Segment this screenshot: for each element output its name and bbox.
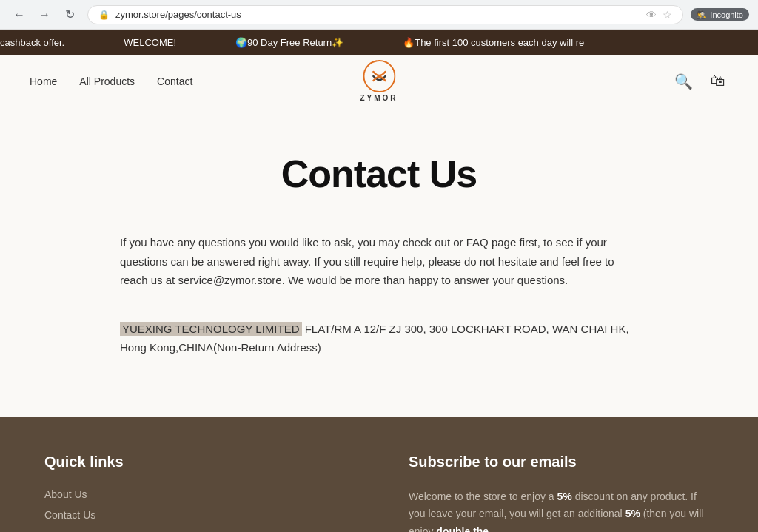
main-nav: Home All Products Contact ZYMOR 🔍 🛍	[0, 55, 758, 107]
cart-button[interactable]: 🛍	[708, 70, 728, 92]
reload-button[interactable]: ↻	[59, 4, 80, 25]
footer: Quick links About Us Contact Us FAQ Subs…	[0, 417, 758, 533]
forward-button[interactable]: →	[34, 4, 55, 25]
subscribe-description: Welcome to the store to enjoy a 5% disco…	[409, 488, 714, 533]
nav-center-logo: ZYMOR	[360, 60, 398, 102]
announcement-inner: cashback offer. WELCOME! 🌍90 Day Free Re…	[0, 37, 758, 48]
announcement-item-2: 🌍90 Day Free Return✨	[235, 37, 343, 48]
footer-link-contact[interactable]: Contact Us	[44, 509, 349, 521]
announcement-item-3: 🔥The first 100 customers each day will r…	[403, 37, 584, 48]
footer-subscribe: Subscribe to our emails Welcome to the s…	[409, 454, 714, 533]
nav-link-contact[interactable]: Contact	[157, 75, 192, 87]
nav-link-all-products[interactable]: All Products	[79, 75, 135, 87]
contact-body: If you have any questions you would like…	[120, 233, 638, 357]
logo-svg	[363, 60, 395, 92]
back-button[interactable]: ←	[9, 4, 30, 25]
lock-icon: 🔒	[98, 10, 110, 20]
quick-links-heading: Quick links	[44, 454, 349, 471]
subscribe-bold-2: 5%	[625, 508, 640, 519]
company-name: YUEXING TECHNOLOGY LIMITED	[120, 322, 302, 336]
address-bar[interactable]: 🔒 zymor.store/pages/contact-us 👁 ☆	[87, 5, 683, 24]
subscribe-text-1: Welcome to the store to enjoy a	[409, 491, 557, 502]
incognito-icon: 🕵	[697, 10, 707, 19]
footer-link-faq[interactable]: FAQ	[44, 530, 349, 533]
star-icon: ☆	[663, 9, 672, 21]
subscribe-heading: Subscribe to our emails	[409, 454, 714, 471]
contact-description: If you have any questions you would like…	[120, 233, 638, 290]
browser-right-icons: 🕵 Incognito	[691, 8, 749, 21]
nav-left: Home All Products Contact	[30, 75, 192, 87]
browser-nav-buttons: ← → ↻	[9, 4, 80, 25]
nav-link-home[interactable]: Home	[30, 75, 57, 87]
search-button[interactable]: 🔍	[671, 70, 696, 93]
footer-link-about[interactable]: About Us	[44, 488, 349, 500]
subscribe-bold-1: 5%	[557, 491, 572, 502]
subscribe-bold-3: double the	[436, 525, 489, 532]
footer-quick-links: Quick links About Us Contact Us FAQ	[44, 454, 349, 533]
logo-text: ZYMOR	[360, 94, 398, 102]
browser-chrome: ← → ↻ 🔒 zymor.store/pages/contact-us 👁 ☆…	[0, 0, 758, 30]
company-info: YUEXING TECHNOLOGY LIMITED FLAT/RM A 12/…	[120, 320, 638, 357]
announcement-bar: cashback offer. WELCOME! 🌍90 Day Free Re…	[0, 30, 758, 55]
incognito-badge: 🕵 Incognito	[691, 8, 749, 21]
announcement-item-1: WELCOME!	[124, 37, 176, 48]
url-text: zymor.store/pages/contact-us	[115, 9, 640, 20]
announcement-item-0: cashback offer.	[0, 37, 64, 48]
nav-right: 🔍 🛍	[671, 70, 728, 93]
eye-slash-icon: 👁	[646, 9, 657, 21]
page-title: Contact Us	[30, 152, 728, 196]
main-content: Contact Us If you have any questions you…	[0, 107, 758, 417]
